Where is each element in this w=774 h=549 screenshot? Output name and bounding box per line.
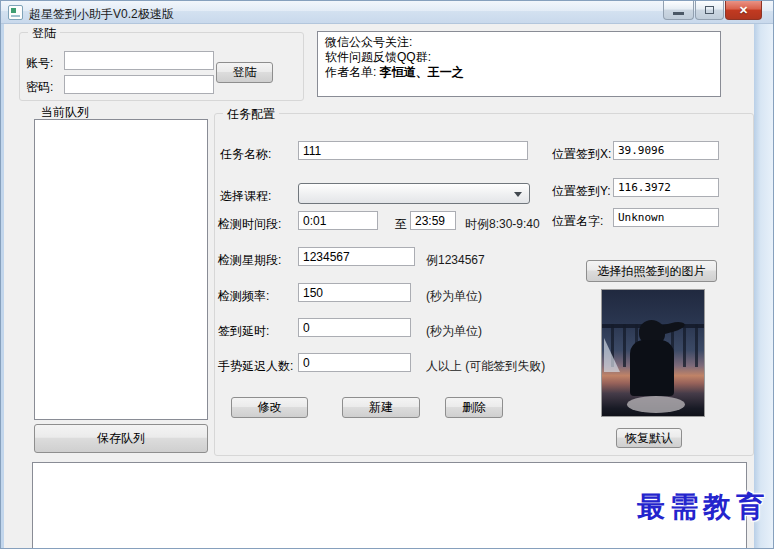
window-title: 超星签到小助手V0.2极速版 bbox=[29, 6, 174, 23]
frequency-hint: (秒为单位) bbox=[426, 288, 482, 305]
title-bar[interactable]: 超星签到小助手V0.2极速版 ✕ bbox=[1, 1, 774, 24]
maximize-button[interactable] bbox=[695, 1, 724, 20]
task-config-group: 任务配置 任务名称: 选择课程: 检测时间段: 至 时例8:30-9:40 检测… bbox=[214, 113, 754, 456]
authors-names: 李恒道、王一之 bbox=[380, 65, 464, 79]
info-line-qq: 软件问题反馈QQ群: bbox=[325, 50, 713, 65]
window-left-border bbox=[1, 24, 4, 549]
close-button[interactable]: ✕ bbox=[725, 1, 762, 20]
chevron-down-icon bbox=[514, 192, 522, 201]
task-config-group-label: 任务配置 bbox=[223, 106, 279, 123]
minimize-icon bbox=[673, 12, 684, 15]
time-range-hint: 时例8:30-9:40 bbox=[465, 216, 540, 233]
save-queue-button[interactable]: 保存队列 bbox=[34, 424, 208, 453]
time-to-label: 至 bbox=[395, 216, 407, 233]
gesture-delay-input[interactable] bbox=[298, 353, 411, 372]
minimize-button[interactable] bbox=[663, 1, 694, 20]
sign-delay-label: 签到延时: bbox=[218, 323, 269, 340]
course-label: 选择课程: bbox=[220, 188, 271, 205]
location-x-input[interactable] bbox=[613, 141, 719, 160]
week-range-hint: 例1234567 bbox=[426, 252, 485, 269]
week-range-input[interactable] bbox=[298, 247, 415, 266]
location-name-input[interactable] bbox=[613, 208, 719, 227]
create-button[interactable]: 新建 bbox=[342, 397, 420, 418]
location-y-input[interactable] bbox=[613, 178, 719, 197]
sign-delay-input[interactable] bbox=[298, 318, 411, 337]
photo-girl-skirt bbox=[627, 396, 685, 413]
login-button-label: 登陆 bbox=[233, 64, 257, 81]
location-y-label: 位置签到Y: bbox=[552, 183, 611, 200]
info-line-authors: 作者名单: 李恒道、王一之 bbox=[325, 65, 713, 80]
login-button[interactable]: 登陆 bbox=[216, 62, 273, 83]
time-from-input[interactable] bbox=[298, 211, 378, 230]
photo-sail-shape bbox=[604, 338, 620, 372]
select-photo-button[interactable]: 选择拍照签到的图片 bbox=[586, 260, 717, 282]
login-group: 登陆 账号: 密码: 登陆 bbox=[19, 32, 304, 101]
account-input[interactable] bbox=[64, 51, 214, 70]
info-line-wechat: 微信公众号关注: bbox=[325, 35, 713, 50]
delete-button[interactable]: 删除 bbox=[445, 397, 503, 418]
save-queue-button-label: 保存队列 bbox=[97, 430, 145, 447]
watermark-text: 最需教育 bbox=[637, 488, 769, 526]
maximize-icon bbox=[705, 6, 714, 14]
gesture-delay-label: 手势延迟人数: bbox=[218, 358, 293, 375]
account-label: 账号: bbox=[26, 55, 53, 72]
close-icon: ✕ bbox=[739, 4, 748, 17]
task-name-input[interactable] bbox=[298, 141, 528, 160]
gesture-delay-hint: 人以上 (可能签到失败) bbox=[426, 358, 545, 375]
modify-button[interactable]: 修改 bbox=[231, 397, 308, 418]
queue-listbox[interactable] bbox=[34, 119, 208, 420]
info-box[interactable]: 微信公众号关注: 软件问题反馈QQ群: 作者名单: 李恒道、王一之 bbox=[317, 31, 721, 97]
password-input[interactable] bbox=[64, 75, 214, 94]
password-label: 密码: bbox=[26, 79, 53, 96]
app-window: 超星签到小助手V0.2极速版 ✕ 登陆 账号: 密码: 登陆 微信公众号关注: … bbox=[0, 0, 774, 549]
frequency-label: 检测频率: bbox=[218, 288, 269, 305]
authors-label: 作者名单: bbox=[325, 65, 376, 79]
restore-default-button-label: 恢复默认 bbox=[625, 430, 673, 447]
signin-photo-preview bbox=[601, 289, 705, 417]
restore-default-button[interactable]: 恢复默认 bbox=[616, 428, 682, 448]
app-icon bbox=[8, 5, 23, 20]
task-name-label: 任务名称: bbox=[220, 146, 271, 163]
course-select[interactable] bbox=[298, 183, 530, 204]
week-range-label: 检测星期段: bbox=[218, 252, 281, 269]
window-right-border bbox=[754, 24, 773, 549]
time-range-label: 检测时间段: bbox=[218, 216, 281, 233]
photo-girl-silhouette bbox=[630, 340, 674, 395]
create-button-label: 新建 bbox=[369, 399, 393, 416]
select-photo-button-label: 选择拍照签到的图片 bbox=[598, 263, 706, 280]
login-group-label: 登陆 bbox=[28, 25, 60, 42]
location-x-label: 位置签到X: bbox=[552, 146, 611, 163]
location-name-label: 位置名字: bbox=[552, 213, 603, 230]
sign-delay-hint: (秒为单位) bbox=[426, 323, 482, 340]
frequency-input[interactable] bbox=[298, 283, 411, 302]
time-to-input[interactable] bbox=[410, 211, 456, 230]
delete-button-label: 删除 bbox=[462, 399, 486, 416]
modify-button-label: 修改 bbox=[258, 399, 282, 416]
